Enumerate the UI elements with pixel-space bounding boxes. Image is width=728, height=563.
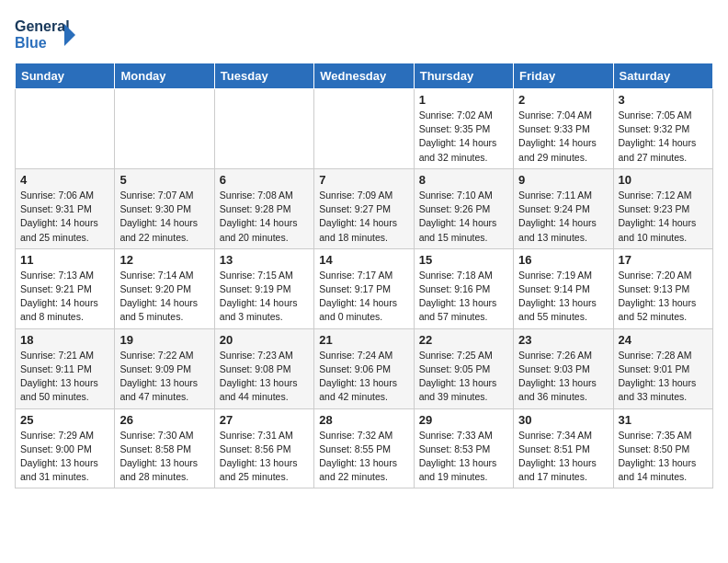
- weekday-header-friday: Friday: [514, 63, 613, 89]
- calendar-cell: 29Sunrise: 7:33 AM Sunset: 8:53 PM Dayli…: [414, 408, 513, 488]
- calendar-cell: 25Sunrise: 7:29 AM Sunset: 9:00 PM Dayli…: [16, 408, 115, 488]
- day-info: Sunrise: 7:20 AM Sunset: 9:13 PM Dayligh…: [619, 269, 708, 325]
- day-number: 14: [319, 253, 408, 267]
- calendar-cell: 24Sunrise: 7:28 AM Sunset: 9:01 PM Dayli…: [613, 328, 712, 408]
- day-info: Sunrise: 7:18 AM Sunset: 9:16 PM Dayligh…: [419, 269, 508, 325]
- logo: GeneralBlue: [15, 15, 79, 55]
- day-number: 21: [319, 333, 408, 347]
- day-number: 8: [419, 173, 508, 187]
- day-info: Sunrise: 7:13 AM Sunset: 9:21 PM Dayligh…: [20, 269, 109, 325]
- calendar-cell: [16, 89, 115, 169]
- calendar-cell: 12Sunrise: 7:14 AM Sunset: 9:20 PM Dayli…: [115, 248, 214, 328]
- weekday-header-tuesday: Tuesday: [214, 63, 313, 89]
- day-number: 30: [518, 413, 608, 427]
- day-info: Sunrise: 7:25 AM Sunset: 9:05 PM Dayligh…: [419, 349, 508, 405]
- day-number: 9: [518, 173, 608, 187]
- day-info: Sunrise: 7:10 AM Sunset: 9:26 PM Dayligh…: [419, 189, 508, 245]
- day-number: 13: [220, 253, 309, 267]
- day-info: Sunrise: 7:32 AM Sunset: 8:55 PM Dayligh…: [319, 429, 408, 485]
- weekday-header-saturday: Saturday: [613, 63, 712, 89]
- day-info: Sunrise: 7:21 AM Sunset: 9:11 PM Dayligh…: [20, 349, 109, 405]
- calendar-week-4: 18Sunrise: 7:21 AM Sunset: 9:11 PM Dayli…: [16, 328, 713, 408]
- calendar-cell: 17Sunrise: 7:20 AM Sunset: 9:13 PM Dayli…: [613, 248, 712, 328]
- calendar-cell: 27Sunrise: 7:31 AM Sunset: 8:56 PM Dayli…: [214, 408, 313, 488]
- day-number: 20: [220, 333, 309, 347]
- day-info: Sunrise: 7:34 AM Sunset: 8:51 PM Dayligh…: [518, 429, 608, 485]
- calendar-cell: 26Sunrise: 7:30 AM Sunset: 8:58 PM Dayli…: [115, 408, 214, 488]
- day-number: 19: [119, 333, 209, 347]
- day-info: Sunrise: 7:09 AM Sunset: 9:27 PM Dayligh…: [319, 189, 408, 245]
- weekday-header-monday: Monday: [115, 63, 214, 89]
- day-info: Sunrise: 7:14 AM Sunset: 9:20 PM Dayligh…: [119, 269, 209, 325]
- svg-text:General: General: [15, 18, 70, 34]
- day-number: 2: [518, 93, 608, 107]
- calendar-cell: 15Sunrise: 7:18 AM Sunset: 9:16 PM Dayli…: [414, 248, 513, 328]
- day-info: Sunrise: 7:29 AM Sunset: 9:00 PM Dayligh…: [20, 429, 109, 485]
- calendar-cell: 4Sunrise: 7:06 AM Sunset: 9:31 PM Daylig…: [16, 168, 115, 248]
- calendar-cell: 6Sunrise: 7:08 AM Sunset: 9:28 PM Daylig…: [214, 168, 313, 248]
- day-number: 18: [20, 333, 109, 347]
- svg-marker-2: [64, 24, 75, 46]
- calendar-cell: 13Sunrise: 7:15 AM Sunset: 9:19 PM Dayli…: [214, 248, 313, 328]
- day-number: 5: [119, 173, 209, 187]
- calendar-cell: 10Sunrise: 7:12 AM Sunset: 9:23 PM Dayli…: [613, 168, 712, 248]
- day-info: Sunrise: 7:12 AM Sunset: 9:23 PM Dayligh…: [619, 189, 708, 245]
- calendar-cell: 31Sunrise: 7:35 AM Sunset: 8:50 PM Dayli…: [613, 408, 712, 488]
- day-info: Sunrise: 7:31 AM Sunset: 8:56 PM Dayligh…: [220, 429, 309, 485]
- day-info: Sunrise: 7:15 AM Sunset: 9:19 PM Dayligh…: [220, 269, 309, 325]
- calendar-cell: 18Sunrise: 7:21 AM Sunset: 9:11 PM Dayli…: [16, 328, 115, 408]
- day-number: 31: [619, 413, 708, 427]
- calendar-cell: 23Sunrise: 7:26 AM Sunset: 9:03 PM Dayli…: [514, 328, 613, 408]
- calendar-cell: 20Sunrise: 7:23 AM Sunset: 9:08 PM Dayli…: [214, 328, 313, 408]
- calendar-week-1: 1Sunrise: 7:02 AM Sunset: 9:35 PM Daylig…: [16, 89, 713, 169]
- page-header: GeneralBlue: [15, 15, 713, 55]
- calendar-cell: 30Sunrise: 7:34 AM Sunset: 8:51 PM Dayli…: [514, 408, 613, 488]
- calendar-cell: [115, 89, 214, 169]
- calendar-cell: 21Sunrise: 7:24 AM Sunset: 9:06 PM Dayli…: [314, 328, 414, 408]
- calendar-header-row: SundayMondayTuesdayWednesdayThursdayFrid…: [16, 63, 713, 89]
- calendar-cell: 14Sunrise: 7:17 AM Sunset: 9:17 PM Dayli…: [314, 248, 414, 328]
- calendar-cell: 2Sunrise: 7:04 AM Sunset: 9:33 PM Daylig…: [514, 89, 613, 169]
- calendar-week-3: 11Sunrise: 7:13 AM Sunset: 9:21 PM Dayli…: [16, 248, 713, 328]
- calendar-cell: 5Sunrise: 7:07 AM Sunset: 9:30 PM Daylig…: [115, 168, 214, 248]
- day-number: 27: [220, 413, 309, 427]
- logo-svg: GeneralBlue: [15, 15, 79, 55]
- day-number: 1: [419, 93, 508, 107]
- calendar-cell: 8Sunrise: 7:10 AM Sunset: 9:26 PM Daylig…: [414, 168, 513, 248]
- day-info: Sunrise: 7:08 AM Sunset: 9:28 PM Dayligh…: [220, 189, 309, 245]
- day-number: 15: [419, 253, 508, 267]
- weekday-header-sunday: Sunday: [16, 63, 115, 89]
- day-number: 29: [419, 413, 508, 427]
- day-number: 28: [319, 413, 408, 427]
- day-number: 11: [20, 253, 109, 267]
- day-info: Sunrise: 7:22 AM Sunset: 9:09 PM Dayligh…: [119, 349, 209, 405]
- calendar-table: SundayMondayTuesdayWednesdayThursdayFrid…: [15, 63, 713, 488]
- weekday-header-thursday: Thursday: [414, 63, 513, 89]
- day-number: 10: [619, 173, 708, 187]
- calendar-cell: 7Sunrise: 7:09 AM Sunset: 9:27 PM Daylig…: [314, 168, 414, 248]
- day-info: Sunrise: 7:05 AM Sunset: 9:32 PM Dayligh…: [619, 109, 708, 165]
- calendar-cell: 16Sunrise: 7:19 AM Sunset: 9:14 PM Dayli…: [514, 248, 613, 328]
- day-info: Sunrise: 7:02 AM Sunset: 9:35 PM Dayligh…: [419, 109, 508, 165]
- weekday-header-wednesday: Wednesday: [314, 63, 414, 89]
- calendar-cell: 22Sunrise: 7:25 AM Sunset: 9:05 PM Dayli…: [414, 328, 513, 408]
- day-info: Sunrise: 7:24 AM Sunset: 9:06 PM Dayligh…: [319, 349, 408, 405]
- day-number: 12: [119, 253, 209, 267]
- day-info: Sunrise: 7:23 AM Sunset: 9:08 PM Dayligh…: [220, 349, 309, 405]
- calendar-cell: 11Sunrise: 7:13 AM Sunset: 9:21 PM Dayli…: [16, 248, 115, 328]
- day-info: Sunrise: 7:04 AM Sunset: 9:33 PM Dayligh…: [518, 109, 608, 165]
- day-number: 17: [619, 253, 708, 267]
- day-info: Sunrise: 7:17 AM Sunset: 9:17 PM Dayligh…: [319, 269, 408, 325]
- day-info: Sunrise: 7:06 AM Sunset: 9:31 PM Dayligh…: [20, 189, 109, 245]
- calendar-cell: 28Sunrise: 7:32 AM Sunset: 8:55 PM Dayli…: [314, 408, 414, 488]
- calendar-week-5: 25Sunrise: 7:29 AM Sunset: 9:00 PM Dayli…: [16, 408, 713, 488]
- calendar-cell: [214, 89, 313, 169]
- calendar-cell: 3Sunrise: 7:05 AM Sunset: 9:32 PM Daylig…: [613, 89, 712, 169]
- day-info: Sunrise: 7:33 AM Sunset: 8:53 PM Dayligh…: [419, 429, 508, 485]
- day-info: Sunrise: 7:28 AM Sunset: 9:01 PM Dayligh…: [619, 349, 708, 405]
- day-number: 25: [20, 413, 109, 427]
- calendar-cell: 1Sunrise: 7:02 AM Sunset: 9:35 PM Daylig…: [414, 89, 513, 169]
- day-number: 22: [419, 333, 508, 347]
- calendar-cell: 9Sunrise: 7:11 AM Sunset: 9:24 PM Daylig…: [514, 168, 613, 248]
- day-number: 26: [119, 413, 209, 427]
